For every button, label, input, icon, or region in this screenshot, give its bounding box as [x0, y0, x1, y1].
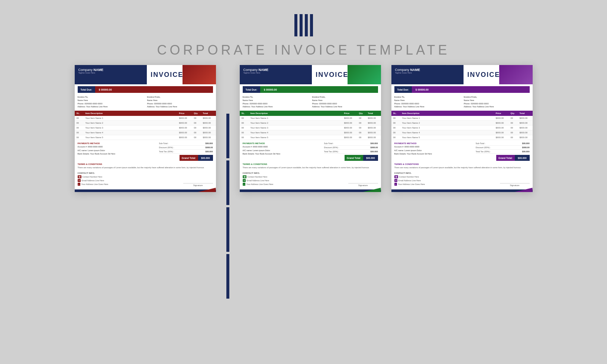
grand-total-green: Grand Total: $00.000 — [324, 155, 378, 161]
total-due-bar-green: Total Due: $ 00000.00 — [243, 86, 378, 93]
header-color-strip-green — [348, 65, 381, 84]
total-due-bar-purple: Total Due: $ 00000.00 — [394, 86, 530, 93]
payment-info-red: PAYMENTS METHOD Account #: 0000-0000-000… — [78, 142, 159, 161]
invoice-card-green: Company NAME Tagline Goes Here INVOICE I… — [240, 65, 381, 192]
totals-section-red: PAYMENTS METHOD Account #: 0000-0000-000… — [75, 140, 216, 162]
grand-total-purple: Grand Total: $00.000 — [476, 155, 530, 161]
company-tagline-green: Tagline Goes Here — [243, 72, 303, 74]
totals-section-purple: PAYMENTS METHOD Account #: 0000-0000-000… — [391, 140, 533, 162]
address-row-green: Invoice To, Name Here Phone: 00/0000-000… — [240, 94, 381, 111]
company-block-red: Company NAME Tagline Goes Here — [75, 65, 142, 84]
header-color-strip-red — [183, 65, 216, 84]
phone-icon-red: ☎ — [78, 175, 81, 178]
address-to-red: Invoice To, Name Here Phone: 00/0000-000… — [78, 95, 143, 108]
arrow-purple — [458, 65, 464, 84]
title-underline — [244, 60, 363, 61]
invoice-title-green: INVOICE — [312, 65, 352, 84]
decorative-bars — [0, 14, 607, 36]
invoice-table-green: SL. Item Description Price Qty. Total 00… — [240, 111, 381, 140]
table-row: 00Your Item Name 1$000.0000$000.00 — [75, 116, 216, 121]
terms-purple: TERMS & CONDITIONS There are many variat… — [391, 162, 533, 170]
email-icon-red: ✉ — [78, 179, 81, 182]
table-row: 00Your Item Name 2$000.0000$000.00 — [391, 121, 533, 126]
total-due-bar-red: Total Due: $ 00000.00 — [78, 86, 213, 93]
terms-green: TERMS & CONDITIONS There are many variat… — [240, 162, 381, 170]
mid-bars — [226, 95, 229, 318]
table-row: 00Your Item Name 5$000.0000$000.00 — [240, 135, 381, 140]
signature-purple: Signature — [500, 183, 530, 186]
company-name-green: Company NAME — [243, 68, 303, 72]
grand-total-red: Grand Total: $00.000 — [159, 155, 213, 161]
company-block-purple: Company NAME Tagline Goes Here — [391, 65, 459, 84]
company-block-green: Company NAME Tagline Goes Here — [240, 65, 307, 84]
invoice-card-purple: Company NAME Tagline Goes Here INVOICE I… — [391, 65, 533, 192]
table-row: 00Your Item Name 4$000.0000$000.00 — [240, 130, 381, 135]
table-row: 00Your Item Name 2$000.0000$000.00 — [240, 121, 381, 126]
table-row: 00Your Item Name 4$000.0000$000.00 — [391, 130, 533, 135]
bottom-bar-purple — [391, 189, 533, 192]
header-color-strip-purple — [499, 65, 533, 84]
company-tagline-red: Tagline Goes Here — [78, 72, 138, 74]
invoice-table-red: SL. Item Description Price Qty. Total 00… — [75, 111, 216, 140]
page-title: CORPORATE INVOICE TEMPLATE — [0, 42, 607, 58]
invoice-table-purple: SL. Item Description Price Qty. Total 00… — [391, 111, 533, 140]
invoice-title-purple: INVOICE — [464, 65, 504, 84]
table-row: 00Your Item Name 4$000.0000$000.00 — [75, 130, 216, 135]
invoice-card-red: Company NAME Tagline Goes Here INVOICE I… — [75, 65, 216, 192]
contact-phone-red: ☎ Contact Number Here — [78, 175, 183, 178]
arrow-green — [307, 65, 312, 84]
signature-red: Signature — [183, 183, 213, 186]
sig-contact-purple: CONTACT INFO. ☎ Contact Number Here ✉ Em… — [391, 170, 533, 188]
sig-contact-green: CONTACT INFO. ☎ Contact Number Here ✉ Em… — [240, 170, 381, 188]
table-row: 00Your Item Name 3$000.0000$000.00 — [75, 126, 216, 130]
table-row: 00Your Item Name 5$000.0000$000.00 — [391, 135, 533, 140]
contact-red: CONTACT INFO. ☎ Contact Number Here ✉ Em… — [78, 172, 183, 186]
invoices-row: Company NAME Tagline Goes Here INVOICE I… — [75, 65, 533, 324]
table-row: 00Your Item Name 3$000.0000$000.00 — [391, 126, 533, 130]
bottom-bar-red — [75, 189, 216, 192]
company-name-red: Company NAME — [78, 68, 138, 72]
sig-contact-red: CONTACT INFO. ☎ Contact Number Here ✉ Em… — [75, 170, 216, 188]
page-title-area: CORPORATE INVOICE TEMPLATE — [0, 0, 607, 65]
bottom-accent-red — [197, 188, 216, 192]
totals-section-green: PAYMENTS METHOD Account #: 0000-0000-000… — [240, 140, 381, 162]
address-from-red: Invoice From, Name Here Phone: 00/0000-0… — [147, 95, 213, 108]
terms-red: TERMS & CONDITIONS There are many variat… — [75, 162, 216, 170]
address-row-red: Invoice To, Name Here Phone: 00/0000-000… — [75, 94, 216, 111]
table-row: 00Your Item Name 5$000.0000$000.00 — [75, 135, 216, 140]
address-row-purple: Invoice To, Name Here Phone: 00/0000-000… — [391, 94, 533, 111]
table-row: 00Your Item Name 1$000.0000$000.00 — [240, 116, 381, 121]
sub-totals-red: Sub-Total : $00.000 Discount (00%) : $00… — [159, 142, 213, 161]
total-due-label-red: Total Due: — [78, 86, 95, 93]
contact-email-red: ✉ Email Address Line Here — [78, 179, 183, 182]
signature-green: Signature — [348, 183, 378, 186]
table-row: 00Your Item Name 3$000.0000$000.00 — [240, 126, 381, 130]
invoice-title-red: INVOICE — [147, 65, 187, 84]
table-row: 00Your Item Name 1$000.0000$000.00 — [391, 116, 533, 121]
contact-addr-red: ⌂ Your Address Line Goes Here — [78, 183, 183, 186]
table-row: 00Your Item Name 2$000.0000$000.00 — [75, 121, 216, 126]
arrow-red — [142, 65, 147, 84]
total-due-amount-red: $ 00000.00 — [95, 86, 213, 93]
bottom-bar-green — [240, 189, 381, 192]
addr-icon-red: ⌂ — [78, 183, 80, 186]
